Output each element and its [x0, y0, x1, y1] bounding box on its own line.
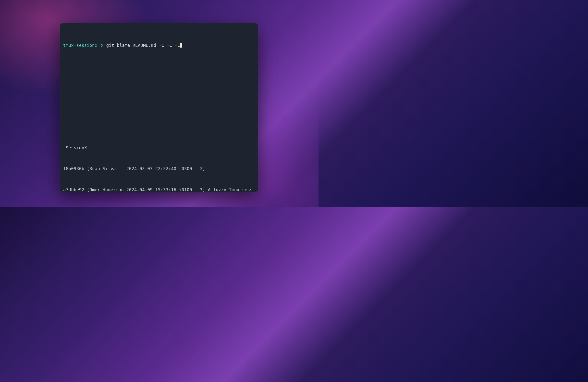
prompt-line: tmux-sessionx ❯ git blame README.md -C -… — [63, 42, 255, 49]
blame-line: 18b0930b (Ruan Silva 2024-03-03 22:32:40… — [63, 165, 255, 172]
terminal-output: SessionX 18b0930b (Ruan Silva 2024-03-03… — [63, 131, 255, 192]
cursor-icon — [180, 43, 182, 47]
divider — [63, 107, 255, 107]
blame-line: a7dbbe92 (Omer Hamerman 2024-04-09 15:33… — [63, 186, 255, 192]
prompt-command: git blame README.md -C -C -C — [106, 42, 180, 49]
terminal-content[interactable]: tmux-sessionx ❯ git blame README.md -C -… — [60, 23, 258, 192]
terminal-window[interactable]: tmux-sessionx ❯ git blame README.md -C -… — [60, 23, 258, 192]
prompt-separator-icon: ❯ — [101, 42, 103, 49]
output-header: SessionX — [63, 144, 255, 152]
prompt-context: tmux-sessionx — [63, 42, 98, 49]
